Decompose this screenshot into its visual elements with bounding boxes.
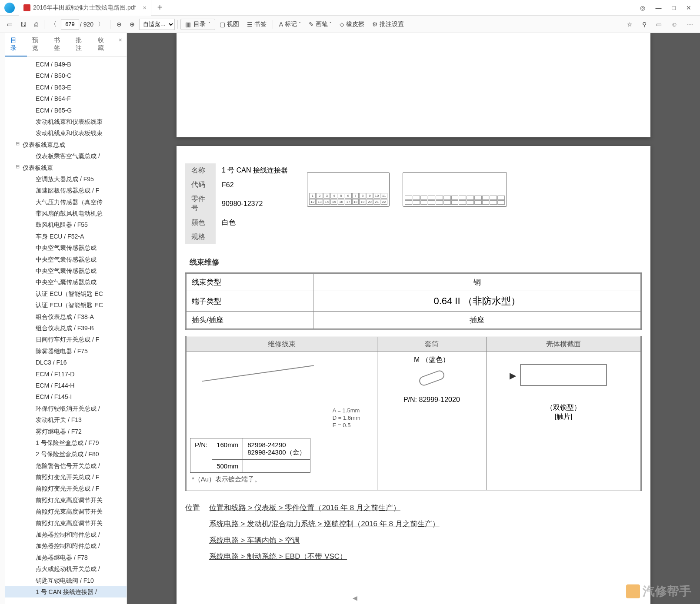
close-icon[interactable]: ✕ bbox=[686, 4, 691, 11]
zoom-out-icon[interactable]: ⊖ bbox=[113, 19, 125, 30]
pn-table: P/N:160mm82998-2429082998-24300（金） 500mm bbox=[190, 438, 310, 473]
tree-item[interactable]: 中央空气囊传感器总成 bbox=[5, 265, 127, 276]
panel-icon[interactable]: ▭ bbox=[653, 19, 665, 30]
tree-item[interactable]: 2 号保险丝盒总成 / F80 bbox=[5, 448, 127, 460]
tree-item[interactable]: 前照灯光束高度调节开关 bbox=[5, 494, 127, 506]
tree-item[interactable]: 发动机开关 / F13 bbox=[5, 414, 127, 425]
left-rail[interactable] bbox=[0, 33, 5, 604]
tree-item[interactable]: 大气压力传感器（真空传 bbox=[5, 196, 127, 208]
tree-item[interactable]: 加速踏板传感器总成 / F bbox=[5, 185, 127, 196]
tree-item[interactable]: 认证 ECU（智能钥匙 EC bbox=[5, 299, 127, 311]
tree-item[interactable]: 环保行驶取消开关总成 / bbox=[5, 403, 127, 414]
link-3[interactable]: 系统电路 > 车辆内饰 > 空调 bbox=[209, 536, 300, 544]
info-table: 名称1 号 CAN 接线连接器 代码F62 零件号90980-12372 颜色白… bbox=[185, 163, 294, 244]
new-tab-button[interactable]: + bbox=[151, 3, 169, 13]
tree-item[interactable]: 前照灯变光开关总成 / F bbox=[5, 483, 127, 494]
anno-button[interactable]: ⚙ 批注设置 bbox=[369, 18, 407, 30]
tree-item[interactable]: 1 号 CAN 接线连接器 / bbox=[5, 586, 127, 597]
tree-item[interactable]: 带风扇的鼓风机电动机总 bbox=[5, 208, 127, 219]
tree-item[interactable]: ECM / F145-I bbox=[5, 391, 127, 402]
tree-item[interactable]: ECM / B63-E bbox=[5, 82, 127, 93]
user-icon[interactable]: ☺ bbox=[668, 19, 681, 30]
search-icon[interactable]: ⚲ bbox=[639, 19, 650, 30]
tree-item[interactable]: 点火或起动机开关总成 / bbox=[5, 563, 127, 574]
link-1[interactable]: 位置和线路 > 仪表板 > 零件位置（2016 年 8 月之前生产） bbox=[209, 504, 400, 512]
content-area[interactable]: 名称1 号 CAN 接线连接器 代码F62 零件号90980-12372 颜色白… bbox=[127, 33, 700, 604]
repair-table: 线束类型铜 端子类型0.64 II （非防水型） 插头/插座插座 bbox=[185, 272, 642, 330]
sb-tab-bookmark[interactable]: 书签 bbox=[49, 33, 70, 56]
view-button[interactable]: ▢ 视图 bbox=[216, 18, 243, 30]
page-previous bbox=[177, 33, 650, 137]
tree-group[interactable]: 仪表板线束 bbox=[5, 162, 127, 173]
maximize-icon[interactable]: □ bbox=[672, 4, 676, 11]
tree-item[interactable]: ECM / B65-G bbox=[5, 105, 127, 116]
chevron-down-icon: ˇ bbox=[208, 21, 210, 28]
zoom-select[interactable]: 自适宽… bbox=[139, 19, 175, 30]
tree-item[interactable]: 中央空气囊传感器总成 bbox=[5, 254, 127, 265]
app-icon[interactable] bbox=[4, 3, 15, 13]
page-input[interactable] bbox=[61, 19, 79, 30]
tree-item[interactable]: 危险警告信号开关总成 / bbox=[5, 460, 127, 471]
sb-tab-anno[interactable]: 批注 bbox=[70, 33, 92, 56]
scroll-left-icon[interactable]: ◀ bbox=[353, 594, 357, 601]
tree-item[interactable]: 前照灯变光开关总成 / F bbox=[5, 471, 127, 483]
tree-item[interactable]: 仪表板乘客空气囊总成 / bbox=[5, 150, 127, 162]
tree-item[interactable]: ECM / F117-D bbox=[5, 368, 127, 380]
tree-item[interactable]: ECM / B50-C bbox=[5, 70, 127, 81]
tree-item[interactable]: 雾灯继电器 / F72 bbox=[5, 426, 127, 437]
tree-item[interactable]: 日间行车灯开关总成 / F bbox=[5, 334, 127, 345]
sleeve-label: M （蓝色） bbox=[381, 355, 483, 365]
tree-item[interactable]: 中央空气囊传感器总成 bbox=[5, 276, 127, 288]
tree-item[interactable]: 车身 ECU / F52-A bbox=[5, 231, 127, 242]
detail-table: 维修线束套筒壳体横截面 A = 1.5mmD = 1.6mmE = 0.5 P/… bbox=[185, 336, 642, 491]
tree-item[interactable]: ECM / F144-H bbox=[5, 380, 127, 391]
tree-item[interactable]: 发动机线束和仪表板线束 bbox=[5, 127, 127, 139]
tree-item[interactable]: DLC3 / F16 bbox=[5, 357, 127, 368]
document-tab[interactable]: 2016年丰田威驰雅力士致炫电路图.pdf × bbox=[19, 0, 151, 16]
tree-item[interactable]: 加热器控制和附件总成 / bbox=[5, 540, 127, 551]
prev-page-icon[interactable]: 〈 bbox=[47, 18, 60, 30]
tree-item[interactable]: ECM / B64-F bbox=[5, 93, 127, 104]
tab-close-icon[interactable]: × bbox=[143, 4, 147, 11]
zoom-in-icon[interactable]: ⊕ bbox=[126, 19, 138, 30]
outline-tree[interactable]: ECM / B49-BECM / B50-CECM / B63-EECM / B… bbox=[5, 57, 127, 604]
open-icon[interactable]: ▭ bbox=[3, 19, 16, 30]
link-4[interactable]: 系统电路 > 制动系统 > EBD（不带 VSC） bbox=[209, 552, 347, 561]
star-icon[interactable]: ☆ bbox=[623, 19, 636, 30]
tree-item[interactable]: 除雾器继电器 / F75 bbox=[5, 345, 127, 357]
more-icon[interactable]: ⋯ bbox=[683, 19, 697, 30]
sb-tab-preview[interactable]: 预览 bbox=[27, 33, 49, 56]
sidebar-close-icon[interactable]: × bbox=[114, 33, 127, 56]
toc-button[interactable]: ▥ 目录 ˇ bbox=[180, 19, 215, 30]
settings-icon[interactable]: ◎ bbox=[640, 4, 645, 11]
minimize-icon[interactable]: — bbox=[656, 4, 662, 11]
tree-item[interactable]: 鼓风机电阻器 / F55 bbox=[5, 219, 127, 230]
tree-item[interactable]: 前照灯光束高度调节开关 bbox=[5, 506, 127, 517]
sb-tab-toc[interactable]: 目录 bbox=[5, 33, 27, 56]
tree-item[interactable]: 组合仪表总成 / F38-A bbox=[5, 311, 127, 322]
tree-item[interactable]: 中央空气囊传感器总成 bbox=[5, 242, 127, 253]
tree-item[interactable]: 加热器继电器 / F78 bbox=[5, 552, 127, 563]
shell-l2: [触片] bbox=[490, 412, 637, 421]
next-page-icon[interactable]: 〉 bbox=[94, 18, 107, 30]
print-icon[interactable]: ⎙ bbox=[31, 19, 41, 30]
tree-item[interactable]: ECM / B49-B bbox=[5, 59, 127, 70]
pen-button[interactable]: ✎ 画笔 ˇ bbox=[305, 18, 335, 30]
bookmark-button[interactable]: ☰ 书签 bbox=[243, 18, 270, 30]
tree-item[interactable]: 加热器控制和附件总成 / bbox=[5, 529, 127, 540]
link-2[interactable]: 系统电路 > 发动机/混合动力系统 > 巡航控制（2016 年 8 月之前生产） bbox=[209, 520, 440, 528]
tree-item[interactable]: 空调放大器总成 / F95 bbox=[5, 173, 127, 185]
sleeve-pn: P/N: 82999-12020 bbox=[381, 396, 483, 404]
tree-item[interactable]: 发动机线束和仪表板线束 bbox=[5, 116, 127, 127]
eraser-button[interactable]: ◇ 橡皮擦 bbox=[336, 18, 368, 30]
mark-button[interactable]: A 标记 ˇ bbox=[276, 18, 304, 30]
window-controls: ◎ — □ ✕ bbox=[640, 4, 700, 11]
tree-item[interactable]: 认证 ECU（智能钥匙 EC bbox=[5, 288, 127, 299]
sb-tab-fav[interactable]: 收藏 bbox=[93, 33, 114, 56]
tree-item[interactable]: 组合仪表总成 / F39-B bbox=[5, 322, 127, 334]
tree-item[interactable]: 钥匙互锁电磁阀 / F10 bbox=[5, 575, 127, 586]
tree-item[interactable]: 1 号保险丝盒总成 / F79 bbox=[5, 437, 127, 448]
tree-item[interactable]: 前照灯光束高度调节开关 bbox=[5, 518, 127, 529]
tree-group[interactable]: 仪表板线束总成 bbox=[5, 139, 127, 150]
save-icon[interactable]: 🖫 bbox=[17, 19, 30, 30]
